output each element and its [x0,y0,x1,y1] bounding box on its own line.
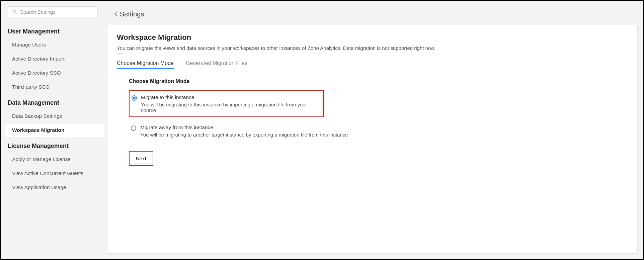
tab-bar: Choose Migration Mode Generated Migratio… [117,60,628,69]
option2-label: Migrate away from this instance [140,124,348,131]
settings-sidebar: User Management Manage Users Active Dire… [1,1,104,259]
search-settings-box[interactable] [8,6,98,17]
content-panel: Workspace Migration You can migrate the … [107,25,638,254]
sidebar-item-backup-settings[interactable]: Data Backup Settings [1,109,104,123]
option2-desc: You will be migrating to another target … [140,132,348,138]
section-data-management: Data Management [1,94,104,109]
small-divider [117,53,123,54]
option1-label: Migrate to this instance [141,94,320,100]
page-description: You can migrate the views and data sourc… [117,45,628,51]
page-title: Workspace Migration [117,33,628,42]
sidebar-item-concurrent-guests[interactable]: View Active Concurrent Guests [1,166,104,180]
header-bar: Settings [107,6,638,25]
svg-line-1 [15,13,17,14]
sidebar-item-ad-sso[interactable]: Active Directory SSO [1,66,104,80]
tab-generated-files[interactable]: Generated Migration Files [186,60,247,69]
sidebar-item-workspace-migration[interactable]: Workspace Migration [5,123,104,137]
search-icon [12,9,17,15]
sidebar-item-manage-users[interactable]: Manage Users [1,38,104,52]
section-heading: Choose Migration Mode [129,78,628,84]
sidebar-item-app-usage[interactable]: View Application Usage [1,180,104,194]
radio-migrate-to[interactable] [132,95,137,101]
option1-desc: You will be migrating to this instance b… [141,102,320,113]
sidebar-item-ad-import[interactable]: Active Directory Import [1,52,104,66]
header-title: Settings [120,10,144,18]
sidebar-item-third-party-sso[interactable]: Third-party SSO [1,80,104,94]
next-button-highlight: Next [129,151,153,166]
tab-choose-migration-mode[interactable]: Choose Migration Mode [117,60,174,69]
option-migrate-to-instance[interactable]: Migrate to this instance You will be mig… [129,90,324,117]
search-input[interactable] [20,9,93,15]
sidebar-item-apply-license[interactable]: Apply or Manage License [1,152,104,166]
section-user-management: User Management [1,23,104,38]
option-migrate-away[interactable]: Migrate away from this instance You will… [129,121,628,141]
main-area: Settings Workspace Migration You can mig… [104,1,643,259]
back-chevron-icon[interactable] [114,11,118,18]
next-button[interactable]: Next [131,153,151,164]
svg-point-0 [13,10,16,13]
section-license-management: License Management [1,137,104,152]
radio-migrate-away[interactable] [131,125,136,131]
